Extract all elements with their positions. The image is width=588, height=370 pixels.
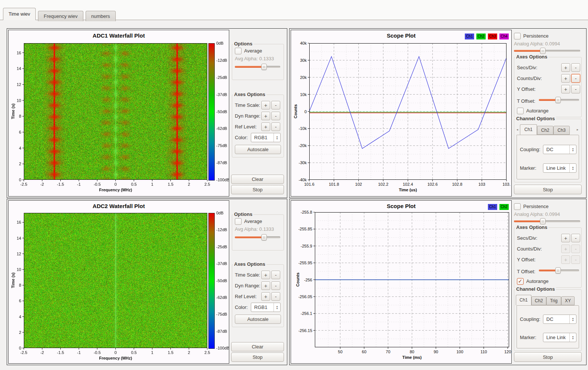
channel-tabs-scroll-left-icon[interactable]: ◂ [515,128,520,131]
channel-tab-ch2[interactable]: Ch2 [531,296,546,305]
average-checkbox[interactable] [235,48,242,54]
svg-text:-1.5: -1.5 [57,350,64,355]
avg-alpha-slider[interactable] [235,64,280,70]
dyn-range-minus-button[interactable]: - [271,112,280,120]
y-offset-label: Y Offset: [517,257,536,262]
legend-ch2: Ch2 [476,34,486,39]
spin-arrows-icon[interactable]: ▴▾ [569,315,576,323]
autoscale-button[interactable]: Autoscale [235,145,281,154]
scope2-plot-canvas[interactable]: 5060708090100110120-255.8-255.85-255.9-2… [315,212,509,347]
dyn-range-minus-button[interactable]: - [271,281,280,290]
persistence-checkbox[interactable] [514,203,521,210]
slider-handle[interactable] [555,267,561,274]
ref-level-plus-button[interactable]: + [261,292,270,301]
y-offset-label: Y Offset: [517,86,536,92]
dyn-range-label: Dyn Range: [235,113,261,119]
time-scale-plus-button[interactable]: + [261,101,270,109]
spin-arrows-icon[interactable]: ▴▾ [569,145,576,154]
scope1-plot-canvas[interactable]: 101.6101.8102102.2102.4102.6102.8103103.… [309,43,506,180]
svg-text:14: 14 [17,66,21,71]
marker-select[interactable]: Line Link ▴▾ [543,333,576,342]
svg-text:0: 0 [304,109,307,114]
dyn-range-plus-button[interactable]: + [261,281,270,290]
slider-handle[interactable] [261,234,267,240]
avg-alpha-slider[interactable] [235,234,280,240]
marker-select[interactable]: Line Link ▴▾ [543,163,576,173]
slider-handle[interactable] [261,64,267,70]
autorange-checkbox[interactable] [517,278,524,285]
channel-tab-xy[interactable]: XY [561,296,575,305]
marker-value: Line Link [546,164,569,172]
spin-arrows-icon[interactable]: ▴▾ [569,333,576,342]
tab-numbers[interactable]: numbers [86,11,116,21]
secs-div-plus-button[interactable]: + [561,234,570,242]
scope2-x-axis-label: Time (ms) [315,355,509,360]
t-offset-slider[interactable] [539,97,579,103]
secs-div-minus-button[interactable]: - [571,63,580,72]
scope1-stop-button[interactable]: Stop [514,185,582,194]
y-offset-plus-button[interactable]: + [561,85,570,93]
adc1-options-group: Options Average Avg Alpha: 0.1333 [232,44,284,80]
channel-tab-ch3[interactable]: Ch3 [553,126,570,135]
counts-div-plus-button[interactable]: + [561,74,570,83]
channel-tabs-scroll-right-icon[interactable]: ▸ [575,128,580,131]
ref-level-minus-button[interactable]: - [271,122,280,131]
color-select[interactable]: RGB1 ▴▾ [251,303,281,312]
channel-tab-ch2[interactable]: Ch2 [537,126,553,135]
coupling-select[interactable]: DC ▴▾ [543,145,576,154]
stop-button[interactable]: Stop [231,353,284,362]
y-offset-minus-button[interactable]: - [571,85,580,93]
slider-handle[interactable] [555,97,561,103]
analog-alpha-slider[interactable] [514,48,580,54]
stop-button[interactable]: Stop [231,185,284,194]
time-scale-minus-button[interactable]: - [271,271,280,279]
counts-div-minus-button[interactable]: - [571,74,580,83]
secs-div-minus-button[interactable]: - [571,234,580,242]
adc1-waterfall-canvas[interactable]: -2.5-2-1.5-1-0.500.511.522.5161412108642… [24,43,207,180]
color-select[interactable]: RGB1 ▴▾ [251,133,281,142]
secs-div-plus-button[interactable]: + [561,63,570,72]
svg-text:0: 0 [114,350,116,355]
coupling-select[interactable]: DC ▴▾ [543,315,576,324]
average-checkbox[interactable] [235,218,242,225]
slider-handle[interactable] [540,218,546,224]
ref-level-plus-button[interactable]: + [261,122,270,131]
counts-div-plus-button[interactable]: + [561,245,570,253]
svg-text:8: 8 [19,283,21,287]
legend-ch1: Ch1 [465,34,474,39]
analog-alpha-slider[interactable] [514,218,580,224]
clear-button[interactable]: Clear [231,175,284,184]
channel-tab-ch1[interactable]: Ch1 [520,124,537,135]
scope2-stop-button[interactable]: Stop [514,352,582,362]
legend-ch2: Ch2 [499,204,509,210]
svg-text:2.5: 2.5 [204,182,210,186]
spin-arrows-icon[interactable]: ▴▾ [569,164,576,172]
channel-tab-trig[interactable]: Trig [546,296,561,305]
ref-level-minus-button[interactable]: - [271,292,280,301]
time-scale-minus-button[interactable]: - [271,101,280,109]
svg-text:-2.5: -2.5 [20,182,28,186]
time-scale-plus-button[interactable]: + [261,271,270,279]
spin-arrows-icon[interactable]: ▴▾ [274,133,280,142]
tab-time-view[interactable]: Time wiev [3,8,36,20]
spin-arrows-icon[interactable]: ▴▾ [274,303,280,312]
time-scale-label: Time Scale: [235,272,260,278]
autoscale-button[interactable]: Autoscale [235,315,281,324]
svg-text:101.6: 101.6 [304,182,314,186]
analog-alpha-value: Analog Alpha: 0.0994 [514,41,560,47]
counts-div-minus-button[interactable]: - [571,245,580,253]
tab-frequency-view[interactable]: Frequency wiev [38,11,83,21]
autorange-checkbox[interactable] [517,108,524,114]
svg-text:10: 10 [17,267,21,272]
slider-handle[interactable] [540,48,546,54]
adc2-waterfall-canvas[interactable]: -2.5-2-1.5-1-0.500.511.522.5161412108642… [24,213,207,348]
y-offset-minus-button[interactable]: - [571,255,580,264]
svg-text:16: 16 [17,51,21,55]
dyn-range-plus-button[interactable]: + [261,112,270,120]
time-scale-label: Time Scale: [235,102,260,108]
persistence-checkbox[interactable] [514,33,521,39]
y-offset-plus-button[interactable]: + [561,255,570,264]
t-offset-slider[interactable] [539,267,579,274]
channel-tab-ch1[interactable]: Ch1 [516,295,531,305]
clear-button[interactable]: Clear [231,342,284,351]
